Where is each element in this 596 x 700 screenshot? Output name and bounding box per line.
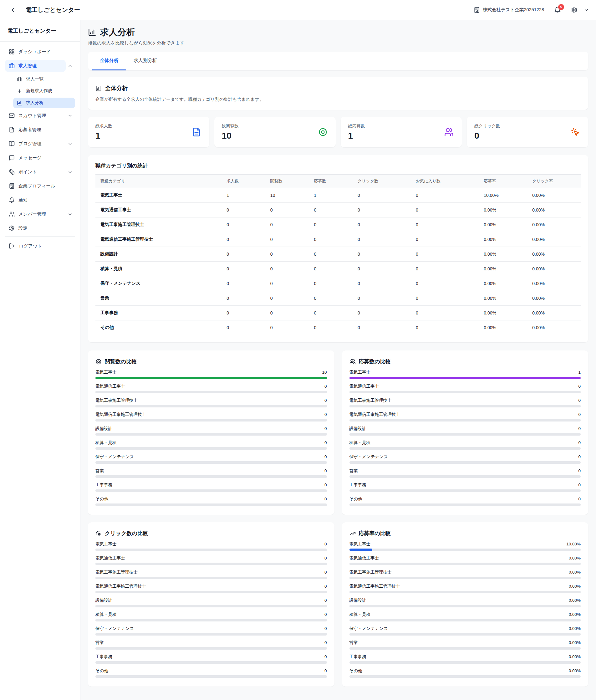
tab-per-job[interactable]: 求人別分析	[126, 52, 165, 70]
sidebar-item-settings[interactable]: 設定	[5, 222, 75, 234]
building-icon	[9, 183, 15, 189]
sidebar-item-company-profile[interactable]: 企業プロフィール	[5, 180, 75, 192]
bar-track	[349, 619, 581, 622]
chart-title: 応募数の比較	[359, 358, 391, 365]
bar-value: 0	[324, 570, 327, 575]
bar-fill	[95, 377, 327, 379]
bar-track	[349, 591, 581, 593]
topbar: 電工しごとセンター 株式会社テスト企業20251228 5	[0, 0, 596, 20]
column-header: クリック数	[353, 175, 411, 188]
bar-label: 営業	[95, 640, 104, 645]
trend-icon	[349, 530, 356, 537]
chevron-down-icon	[68, 113, 73, 118]
gear-icon	[9, 225, 15, 231]
bar-row: 電気工事施工管理技士0	[95, 398, 327, 407]
bar-track	[349, 562, 581, 565]
bar-value: 0.00%	[569, 626, 581, 631]
bar-track	[349, 577, 581, 579]
settings-button[interactable]	[571, 6, 578, 14]
sidebar-item-job-analytics[interactable]: 求人分析	[5, 98, 75, 108]
users-icon	[9, 211, 15, 217]
bar-track	[349, 447, 581, 450]
bar-value: 0	[324, 440, 327, 445]
bar-track	[349, 433, 581, 435]
bar-row: 電気通信工事士0.00%	[349, 555, 581, 565]
bar-track	[349, 405, 581, 407]
main-content: 求人分析 複数の求人を比較しながら効果を分析できます 全体分析求人別分析 全体分…	[80, 20, 596, 700]
sidebar-item-member-management[interactable]: メンバー管理	[5, 208, 75, 220]
bar-row: 電気工事士10	[95, 370, 327, 379]
bar-label: 電気工事士	[95, 370, 117, 375]
bar-fill	[349, 549, 373, 551]
notifications-button[interactable]: 5	[554, 6, 561, 14]
bar-row: 営業0	[95, 468, 327, 478]
bar-value: 0	[324, 496, 327, 502]
bar-value: 0	[578, 398, 581, 403]
chart-title: 閲覧数の比較	[105, 358, 137, 365]
bar-track	[95, 605, 327, 607]
column-header: 閲覧数	[265, 175, 309, 188]
bar-value: 0	[324, 384, 327, 389]
table-row: 保守・メンテナンス000000.00%0.00%	[95, 276, 581, 291]
app-title: 電工しごとセンター	[26, 6, 80, 14]
bar-value: 0	[578, 468, 581, 473]
sidebar-item-logout[interactable]: ログアウト	[5, 240, 75, 252]
bar-label: 電気通信工事施工管理技士	[349, 412, 400, 417]
bar-row: その他0.00%	[349, 668, 581, 678]
sidebar-item-notifications[interactable]: 通知	[5, 194, 75, 206]
briefcase-icon	[17, 77, 22, 82]
bar-track	[95, 562, 327, 565]
bar-row: その他0	[95, 668, 327, 678]
bar-row: 保守・メンテナンス0.00%	[349, 626, 581, 635]
mail-icon	[9, 112, 15, 119]
bar-label: 電気通信工事士	[95, 555, 125, 561]
bar-label: 営業	[349, 640, 358, 645]
bar-track	[95, 475, 327, 478]
bar-value: 0.00%	[569, 598, 581, 603]
sidebar-item-applicant-management[interactable]: 応募者管理	[5, 124, 75, 136]
table-row: 営業000000.00%0.00%	[95, 291, 581, 306]
bar-label: 設備設計	[349, 598, 366, 603]
bar-row: 電気通信工事士0	[95, 384, 327, 393]
chevron-down-icon[interactable]	[583, 7, 589, 13]
bar-label: 保守・メンテナンス	[349, 626, 388, 631]
table-row: 積算・見積000000.00%0.00%	[95, 261, 581, 276]
bar-value: 0.00%	[569, 668, 581, 673]
coins-icon	[9, 169, 15, 175]
back-button[interactable]	[10, 6, 18, 14]
chart-card: 応募率の比較電気工事士10.00%電気通信工事士0.00%電気工事施工管理技士0…	[342, 522, 589, 686]
users-icon	[444, 127, 454, 137]
bar-label: 積算・見積	[95, 612, 117, 617]
building-icon	[474, 7, 480, 13]
bar-fill	[349, 377, 581, 379]
tab-overall[interactable]: 全体分析	[92, 52, 126, 70]
stat-card: 総クリック数0	[467, 117, 588, 147]
bar-track	[349, 647, 581, 650]
bar-track	[349, 461, 581, 464]
file-icon	[9, 127, 15, 133]
grid-icon	[9, 49, 15, 55]
sidebar-item-points[interactable]: ポイント	[5, 166, 75, 178]
sidebar-item-job-management[interactable]: 求人管理	[5, 60, 75, 72]
sidebar-nav: ダッシュボード求人管理求人一覧新規求人作成求人分析スカウト管理応募者管理ブログ管…	[0, 42, 80, 234]
sidebar-item-job-list[interactable]: 求人一覧	[5, 74, 75, 84]
sidebar-item-messages[interactable]: メッセージ	[5, 152, 75, 164]
bar-row: 設備設計0.00%	[349, 598, 581, 607]
column-header: 求人数	[222, 175, 265, 188]
sidebar-item-job-create[interactable]: 新規求人作成	[5, 86, 75, 96]
chevron-down-icon	[68, 170, 73, 175]
sidebar-item-scout-management[interactable]: スカウト管理	[5, 109, 75, 122]
bar-row: 営業0	[95, 640, 327, 650]
stats-row: 総求人数1総閲覧数10総応募数1総クリック数0	[88, 117, 588, 147]
column-header: クリック率	[527, 175, 581, 188]
sidebar-item-dashboard[interactable]: ダッシュボード	[5, 46, 75, 58]
sidebar-item-blog-management[interactable]: ブログ管理	[5, 138, 75, 150]
stat-label: 総求人数	[95, 123, 202, 129]
bar-track	[95, 549, 327, 551]
bar-row: その他0	[349, 496, 581, 506]
bar-row: 積算・見積0	[349, 440, 581, 450]
table-row: 電気工事施工管理技士000000.00%0.00%	[95, 218, 581, 232]
bar-row: 電気工事施工管理技士0	[95, 570, 327, 579]
table-row: 電気工事士11010010.00%0.00%	[95, 188, 581, 203]
bar-label: その他	[349, 668, 362, 673]
